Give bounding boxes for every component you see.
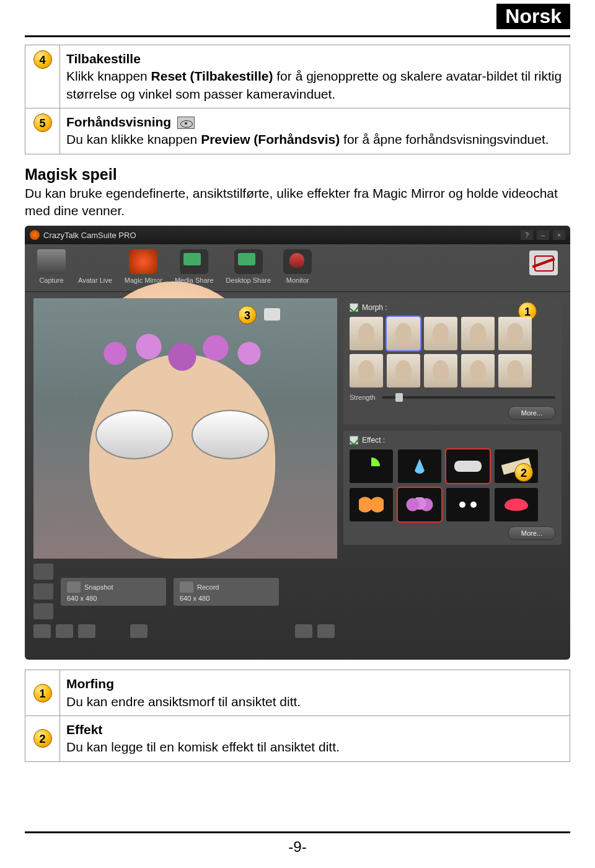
effect-checkbox[interactable] (350, 436, 358, 445)
step-title: Morfing (66, 675, 563, 693)
strength-label: Strength (350, 394, 376, 401)
step-cell: Forhåndsvisning Du kan klikke knappen Pr… (60, 108, 570, 154)
table-row: 5 Forhåndsvisning Du kan klikke knappen … (25, 108, 570, 154)
mask-icon (129, 249, 157, 274)
preview-controls: Snapshot 640 x 480 Record 640 x 480 (33, 564, 335, 619)
toolbar-magic-mirror[interactable]: Magic Mirror (125, 249, 162, 284)
table-row: 2 Effekt Du kan legge til en komisk effe… (25, 716, 570, 762)
morph-thumb[interactable] (498, 354, 532, 388)
morph-thumb[interactable] (461, 354, 495, 388)
app-logo-icon (30, 230, 40, 240)
morph-panel: Morph : 1 Strength (343, 298, 562, 425)
step-text: for å åpne forhåndsvisningsvinduet. (340, 132, 549, 146)
toolbar-media-share[interactable]: Media Share (175, 249, 213, 284)
morph-thumb[interactable] (387, 354, 420, 388)
morph-thumb[interactable] (387, 317, 420, 350)
page-header: Norsk (25, 0, 570, 37)
record-block: Record 640 x 480 (174, 578, 279, 606)
media-icon (180, 249, 208, 274)
butterfly-icon (359, 497, 384, 513)
preview-eye-icon[interactable] (264, 308, 280, 321)
help-button[interactable]: ? (521, 230, 533, 240)
effect-thumb[interactable] (398, 488, 441, 521)
morph-thumb[interactable] (498, 317, 532, 350)
step-badge-2: 2 (33, 729, 52, 748)
close-button[interactable]: × (553, 230, 565, 240)
step-cell: Tilbakestille Klikk knappen Reset (Tilba… (60, 45, 570, 108)
toolbar-capture[interactable]: Capture (37, 249, 66, 284)
morph-thumb[interactable] (424, 317, 457, 350)
tool-tile[interactable] (33, 583, 53, 600)
effect-thumb[interactable] (446, 450, 490, 483)
effect-thumb[interactable] (350, 450, 393, 483)
eye-icon (177, 117, 195, 129)
snapshot-icon[interactable] (67, 582, 81, 593)
effect-label: Effect : (362, 436, 385, 445)
volume-button[interactable] (78, 624, 95, 638)
step-text: Du kan legge til en komisk effekt til an… (66, 738, 563, 756)
table-row: 1 Morfing Du kan endre ansiktsmorf til a… (25, 670, 570, 716)
glasses-effect (95, 410, 269, 466)
flower-crown-effect (71, 319, 294, 388)
preview-pane: 3 Snapshot 640 x 480 Record 640 x 480 (25, 292, 341, 627)
snapshot-label: Snapshot (84, 583, 113, 591)
video-preview: 3 (33, 298, 337, 559)
tool-tile[interactable] (33, 603, 53, 619)
music-button[interactable] (130, 624, 148, 638)
morph-checkbox[interactable] (350, 303, 358, 312)
playlist-button[interactable] (317, 624, 335, 638)
step-badge-1: 1 (33, 684, 52, 702)
morph-thumb[interactable] (424, 354, 457, 388)
eyes-icon (459, 502, 477, 508)
step-title: Effekt (66, 721, 563, 738)
flowers-icon (406, 497, 433, 512)
right-pane: Morph : 1 Strength (341, 292, 570, 627)
minimize-button[interactable]: – (537, 230, 549, 240)
record-label: Record (197, 583, 219, 591)
strength-slider[interactable] (382, 396, 555, 399)
toolbar-avatar-live[interactable]: Avatar Live (78, 277, 112, 284)
drop-icon (413, 459, 426, 474)
instructions-table-bottom: 1 Morfing Du kan endre ansiktsmorf til a… (25, 670, 570, 761)
toolbar-monitor[interactable]: Monitor (283, 249, 312, 284)
effect-thumb[interactable] (350, 488, 393, 521)
swirl-icon (363, 458, 380, 475)
language-tag: Norsk (496, 4, 570, 29)
table-row: 4 Tilbakestille Klikk knappen Reset (Til… (25, 45, 570, 108)
toolbar-label: Monitor (286, 277, 309, 284)
record-icon[interactable] (180, 582, 193, 593)
step-text: Klikk knappen (66, 69, 151, 83)
step-bold: Reset (Tilbakestille) (151, 69, 273, 83)
morph-thumb[interactable] (461, 317, 495, 350)
step-title-row: Forhåndsvisning (66, 113, 563, 131)
morph-label: Morph : (362, 303, 387, 312)
toolbar-label: Capture (39, 277, 63, 284)
more-button[interactable]: More... (508, 406, 555, 420)
disabled-camera-icon (529, 250, 558, 275)
record-resolution: 640 x 480 (180, 595, 273, 602)
effect-grid (350, 450, 555, 521)
section-body: Du kan bruke egendefinerte, ansiktstilfø… (25, 185, 570, 220)
step-title: Forhåndsvisning (66, 115, 171, 129)
morph-thumb[interactable] (350, 317, 383, 350)
morph-thumb[interactable] (350, 354, 383, 388)
volume-row (33, 624, 335, 638)
step-bold: Preview (Forhåndsvis) (201, 132, 340, 146)
section-title: Magisk speil (25, 166, 570, 184)
play-button[interactable] (295, 624, 312, 638)
page-number: -9- (0, 838, 595, 856)
effect-thumb[interactable] (398, 450, 441, 483)
effect-thumb[interactable] (446, 488, 490, 521)
lips-icon (505, 498, 528, 511)
effect-panel: Effect : More... (343, 431, 562, 545)
more-button[interactable]: More... (508, 526, 555, 540)
volume-button[interactable] (56, 624, 73, 638)
app-window: CrazyTalk CamSuite PRO ? – × Capture Ava… (25, 226, 570, 660)
snapshot-block: Snapshot 640 x 480 (61, 578, 166, 606)
volume-button[interactable] (33, 624, 51, 638)
main-toolbar: Capture Avatar Live Magic Mirror Media S… (25, 244, 570, 292)
toolbar-desktop-share[interactable]: Desktop Share (226, 249, 271, 284)
tool-tile[interactable] (33, 564, 53, 580)
effect-thumb[interactable] (495, 488, 538, 521)
side-tool-tiles (33, 564, 53, 619)
